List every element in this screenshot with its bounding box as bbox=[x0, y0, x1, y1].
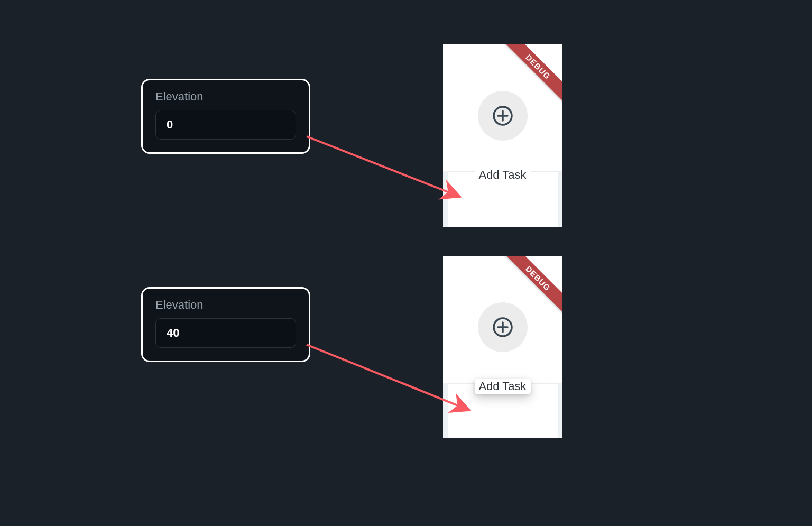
add-button[interactable] bbox=[478, 302, 528, 352]
elevation-panel: Elevation bbox=[141, 287, 310, 362]
right-edge bbox=[558, 171, 562, 227]
plus-icon bbox=[492, 105, 513, 126]
device-preview: Add Task DEBUG bbox=[443, 44, 562, 227]
add-button[interactable] bbox=[478, 91, 528, 141]
add-task-label: Add Task bbox=[474, 167, 530, 183]
elevation-label: Elevation bbox=[155, 90, 296, 104]
plus-icon bbox=[492, 317, 513, 338]
svg-line-3 bbox=[307, 136, 460, 197]
left-edge bbox=[443, 383, 448, 438]
device-preview: Add Task DEBUG bbox=[443, 256, 562, 438]
right-edge bbox=[558, 383, 562, 438]
elevation-panel: Elevation bbox=[141, 79, 310, 154]
left-edge bbox=[443, 171, 448, 227]
add-task-label: Add Task bbox=[474, 379, 530, 394]
elevation-input[interactable] bbox=[155, 318, 296, 348]
elevation-input[interactable] bbox=[155, 110, 296, 140]
elevation-label: Elevation bbox=[155, 298, 296, 312]
